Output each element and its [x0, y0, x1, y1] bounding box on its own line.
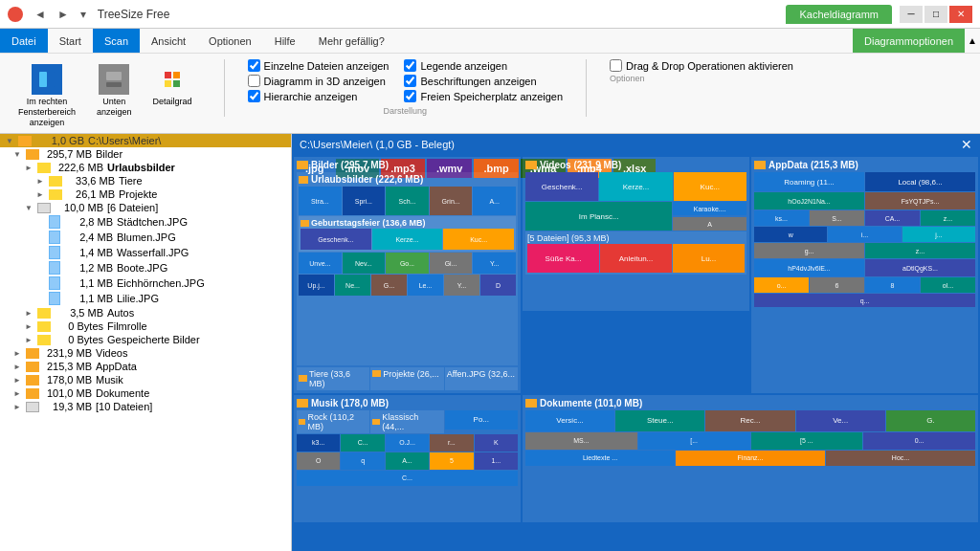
tile-g[interactable]: G... [371, 275, 407, 296]
tile-z2[interactable]: z... [865, 243, 975, 258]
tile-q-app[interactable]: q... [754, 294, 975, 307]
tile-karaoke[interactable]: Karaoke.... [673, 202, 746, 215]
tile-d[interactable]: D [480, 275, 516, 296]
diagram-close-button[interactable]: ✕ [961, 137, 972, 152]
close-button[interactable]: ✕ [949, 6, 972, 23]
autos-toggle[interactable]: ► [23, 309, 34, 318]
tree-wasserfall[interactable]: ► 1,4 MB Wasserfall.JPG [0, 245, 291, 260]
tile-rec[interactable]: Rec... [705, 410, 794, 431]
gesp-toggle[interactable]: ► [23, 336, 34, 344]
menu-scan[interactable]: Scan [93, 29, 140, 53]
tile-1[interactable]: 1... [475, 452, 518, 470]
tile-kerze-v[interactable]: Kerze... [599, 172, 672, 201]
tree-bilder[interactable]: ▼ 295,7 MB Bilder [0, 147, 291, 161]
tile-roaming[interactable]: Roaming (11... [754, 172, 864, 191]
tree-10dateien[interactable]: ► 19,3 MB [10 Dateien] [0, 400, 291, 413]
check-3d-input[interactable] [248, 75, 260, 87]
tile-adt[interactable]: aDtlQgKS... [865, 259, 975, 276]
tree-dokumente[interactable]: ► 101,0 MB Dokumente [0, 386, 291, 400]
urlaub-toggle[interactable]: ► [23, 164, 34, 172]
t10-toggle[interactable]: ► [11, 403, 23, 411]
tile-8[interactable]: 8 [865, 277, 920, 293]
minimize-button[interactable]: ─ [900, 6, 923, 23]
tile-q-mus[interactable]: q [341, 452, 384, 470]
tree-videos[interactable]: ► 231,9 MB Videos [0, 346, 291, 360]
dropdown-button[interactable]: ▾ [77, 6, 90, 23]
check-beschriftungen-input[interactable] [404, 75, 416, 87]
tile-a[interactable]: A... [473, 187, 516, 215]
forward-button[interactable]: ► [54, 6, 73, 23]
tile-5d[interactable]: [5 ... [751, 432, 863, 450]
tile-w[interactable]: w [754, 227, 827, 242]
check-freier[interactable]: Freien Speicherplatz anzeigen [404, 90, 563, 102]
tile-kuc[interactable]: Kuc... [443, 229, 514, 250]
tile-g-dok[interactable]: G. [886, 410, 975, 431]
tile-stra[interactable]: Stra... [299, 187, 342, 215]
ribbon-collapse-button[interactable]: ▲ [965, 29, 980, 53]
tile-k[interactable]: K [475, 434, 518, 452]
tile-le[interactable]: Le... [408, 275, 443, 296]
tile-upj[interactable]: Up.j... [299, 275, 334, 296]
tile-anleitun[interactable]: Anleitun... [600, 244, 672, 273]
ribbon-pos-unten-button[interactable]: Untenanzeigen [88, 59, 141, 132]
tile-ol[interactable]: ol... [921, 277, 975, 293]
menu-start[interactable]: Start [48, 29, 93, 53]
tile-geschenk-v[interactable]: Geschenk... [525, 172, 598, 201]
check-3d[interactable]: Diagramm in 3D anzeigen [248, 75, 390, 87]
ribbon-detail-button[interactable]: Detailgrad [145, 59, 201, 132]
s6-toggle[interactable]: ▼ [23, 204, 34, 212]
check-beschriftungen[interactable]: Beschriftungen anzeigen [404, 75, 563, 87]
tile-liedtexte[interactable]: Liedtexte ... [525, 451, 675, 466]
vid-toggle[interactable]: ► [11, 349, 23, 358]
tree-appdata[interactable]: ► 215,3 MB AppData [0, 360, 291, 373]
tile-nev[interactable]: Nev... [343, 253, 386, 274]
dok-toggle[interactable]: ► [11, 389, 23, 398]
tile-po[interactable]: Po... [445, 410, 518, 430]
bilder-toggle[interactable]: ▼ [11, 150, 23, 159]
root-toggle[interactable]: ▼ [4, 137, 15, 145]
tile-hp4[interactable]: hP4dvJlv6lE... [754, 259, 864, 276]
check-legende[interactable]: Legende anzeigen [404, 59, 563, 72]
tile-spri[interactable]: Spri... [343, 187, 386, 215]
tile-steue[interactable]: Steue... [615, 410, 704, 431]
tree-projekte[interactable]: ► 26,1 MB Projekte [0, 187, 291, 201]
tree-6dateien[interactable]: ▼ 10,0 MB [6 Dateien] [0, 201, 291, 214]
menu-datei[interactable]: Datei [0, 29, 48, 53]
tile-geschenk[interactable]: Geschenk... [301, 229, 371, 250]
tile-kerze[interactable]: Kerze... [372, 229, 443, 250]
check-hierarchie-input[interactable] [248, 90, 260, 102]
tile-unve[interactable]: Unve... [299, 253, 342, 274]
tile-r[interactable]: r... [430, 434, 473, 452]
tile-z[interactable]: z... [921, 210, 975, 226]
tree-musik[interactable]: ► 178,0 MB Musik [0, 373, 291, 386]
tile-ms[interactable]: MS... [525, 432, 637, 450]
tile-fsyq[interactable]: FsYQTJPs... [865, 192, 975, 209]
tile-ks[interactable]: ks... [754, 210, 809, 226]
menu-diagrammoptionen[interactable]: Diagrammoptionen [853, 29, 965, 53]
menu-mehr[interactable]: Mehr gefällig? [307, 29, 396, 53]
tile-grin[interactable]: Grin... [430, 187, 473, 215]
film-toggle[interactable]: ► [23, 322, 34, 331]
tree-root[interactable]: ▼ 1,0 GB C:\Users\Meier\ [0, 134, 291, 147]
tile-c-mus[interactable]: C... [341, 434, 384, 452]
tile-c2-mus[interactable]: C... [297, 471, 518, 486]
menu-optionen[interactable]: Optionen [197, 29, 263, 53]
projekte-tile-section[interactable]: Projekte (26,... [370, 367, 443, 390]
check-freier-input[interactable] [404, 90, 416, 102]
back-button[interactable]: ◄ [31, 6, 50, 23]
tree-filmrolle[interactable]: ► 0 Bytes Filmrolle [0, 320, 291, 333]
tile-a-mus[interactable]: A... [386, 452, 429, 470]
tree-staedtchen[interactable]: ► 2,8 MB Städtchen.JPG [0, 214, 291, 230]
menu-hilfe[interactable]: Hilfe [263, 29, 307, 53]
proj-toggle[interactable]: ► [34, 190, 46, 199]
tile-y[interactable]: Y... [473, 253, 516, 274]
tile-a-v[interactable]: A [673, 217, 746, 231]
tree-boote[interactable]: ► 1,2 MB Boote.JPG [0, 260, 291, 276]
kachel-tab[interactable]: Kacheldiagramm [786, 5, 892, 24]
tile-g-app[interactable]: g... [754, 243, 864, 258]
tile-lu[interactable]: Lu... [673, 244, 745, 273]
check-legende-input[interactable] [404, 59, 416, 72]
maximize-button[interactable]: □ [924, 6, 947, 23]
tile-y2[interactable]: Y... [444, 275, 479, 296]
app-toggle[interactable]: ► [11, 363, 23, 371]
